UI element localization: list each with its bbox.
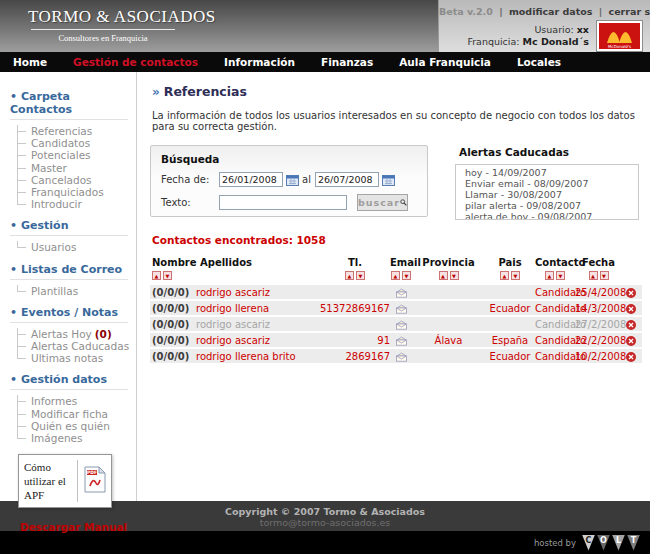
logout-link[interactable]: cerrar sesión [609, 6, 650, 17]
delete-icon[interactable] [626, 319, 636, 330]
sort-asc-icon[interactable]: ▲ [152, 271, 161, 280]
nav-item-gestion-contactos[interactable]: Gestión de contactos [60, 56, 211, 68]
table-sort-row: ▲▼ ▲▼ ▲▼ ▲▼ ▲▼ ▲▼ ▲▼ [150, 271, 642, 280]
table-row: (0/0/0)rodrigo ascariz 91 Álava España C… [150, 333, 642, 347]
calendar-icon[interactable] [286, 174, 299, 186]
delete-icon[interactable] [626, 303, 636, 314]
sort-asc-icon[interactable]: ▲ [545, 271, 554, 280]
sort-desc-icon[interactable]: ▼ [356, 271, 365, 280]
sidebar-item-usuarios[interactable]: Usuarios [31, 241, 136, 253]
sidebar-item-quien-es-quien[interactable]: Quién es quién [31, 420, 136, 432]
sidebar-item-candidatos[interactable]: Candidatos [31, 137, 136, 149]
nav-item-informacion[interactable]: Información [211, 56, 308, 68]
col-header-tl: Tl. [320, 257, 390, 268]
modify-data-link[interactable]: modificar datos [509, 6, 593, 17]
contact-name-link[interactable]: rodrigo llerena [196, 303, 269, 314]
date-to-input[interactable] [315, 172, 379, 187]
sidebar-tree: Usuarios [17, 241, 136, 253]
page-description: La información de todos los usuarios int… [152, 110, 645, 132]
sidebar-item-potenciales[interactable]: Potenciales [31, 149, 136, 161]
sidebar-item-alertas-caducadas[interactable]: Alertas Caducadas [31, 340, 136, 352]
bullet-icon: • [10, 306, 17, 319]
sort-asc-icon[interactable]: ▲ [345, 271, 354, 280]
colt-letter: O [597, 535, 610, 551]
sidebar-item-introducir[interactable]: Introducir [31, 198, 136, 210]
date-from-input[interactable] [219, 172, 283, 187]
sidebar-tree: Alertas Hoy(0) Alertas Caducadas Ultimas… [17, 328, 136, 365]
delete-icon[interactable] [626, 335, 636, 346]
email-icon[interactable] [395, 303, 408, 314]
contact-name-link[interactable]: rodrigo ascariz [196, 335, 270, 346]
sidebar-item-alertas-hoy[interactable]: Alertas Hoy(0) [31, 328, 136, 340]
contact-type: Candidato [535, 303, 575, 314]
bullet-icon: • [10, 219, 17, 232]
sidebar-item-plantillas[interactable]: Plantillas [31, 285, 136, 297]
delete-icon[interactable] [626, 287, 636, 298]
company-logo[interactable]: TORMO & ASOCIADOS Consultores en Franqui… [28, 7, 178, 43]
sort-desc-icon[interactable]: ▼ [511, 271, 520, 280]
contact-name-link[interactable]: rodrigo ascariz [196, 287, 270, 298]
email-icon[interactable] [395, 287, 408, 298]
panels-row: Búsqueda Fecha de: al T [150, 145, 645, 220]
nav-item-aula-franquicia[interactable]: Aula Franquicia [386, 56, 504, 68]
sidebar-item-modificar-ficha[interactable]: Modificar ficha [31, 408, 136, 420]
nav-item-finanzas[interactable]: Finanzas [308, 56, 386, 68]
alert-item[interactable]: hoy - 14/09/2007 [465, 167, 638, 178]
sidebar-item-franquiciados[interactable]: Franquiciados [31, 186, 136, 198]
alert-item[interactable]: Llamar - 30/08/2007 [465, 189, 638, 200]
sidebar-title-gestion[interactable]: •Gestión [10, 219, 128, 236]
sidebar-title-eventos-notas[interactable]: •Eventos / Notas [10, 306, 128, 323]
nav-item-locales[interactable]: Locales [504, 56, 574, 68]
sidebar-tree: Referencias Candidatos Potenciales Maste… [17, 125, 136, 210]
sidebar-item-referencias[interactable]: Referencias [31, 125, 136, 137]
email-icon[interactable] [395, 351, 408, 362]
sidebar: •Carpeta Contactos Referencias Candidato… [0, 72, 137, 501]
apf-manual-box[interactable]: Cómo utilizar el APF PDF [18, 454, 112, 508]
company-logo-title: TORMO & ASOCIADOS [28, 7, 178, 27]
sidebar-title-gestion-datos[interactable]: •Gestión datos [10, 373, 128, 390]
alert-item[interactable]: Enviar email - 08/09/2007 [465, 178, 638, 189]
sidebar-item-informes[interactable]: Informes [31, 395, 136, 407]
sort-asc-icon[interactable]: ▲ [500, 271, 509, 280]
download-manual-link[interactable]: Descargar Manual [20, 521, 136, 533]
header-session-panel: Beta v.2.0 | modificar datos | cerrar se… [438, 0, 650, 52]
sidebar-title-carpeta-contactos[interactable]: •Carpeta Contactos [10, 90, 128, 120]
contact-type: Candidato [535, 287, 575, 298]
delete-icon[interactable] [626, 351, 636, 362]
app-header: TORMO & ASOCIADOS Consultores en Franqui… [0, 0, 650, 52]
sort-desc-icon[interactable]: ▼ [600, 271, 609, 280]
sidebar-item-master[interactable]: Master [31, 162, 136, 174]
sidebar-item-cancelados[interactable]: Cancelados [31, 174, 136, 186]
expired-alerts-list[interactable]: hoy - 14/09/2007 Enviar email - 08/09/20… [455, 164, 639, 220]
contact-fecha: 10/2/2008 [575, 351, 622, 362]
alert-item[interactable]: alerta de hoy - 09/08/2007 [465, 211, 638, 220]
calendar-icon[interactable] [382, 174, 395, 186]
email-icon[interactable] [395, 335, 408, 346]
sidebar-item-ultimas-notas[interactable]: Ultimas notas [31, 352, 136, 364]
contact-name-link[interactable]: rodrigo ascariz [196, 319, 270, 330]
bullet-icon: • [10, 263, 17, 276]
alert-item[interactable]: pilar alerta - 09/08/2007 [465, 200, 638, 211]
sort-asc-icon[interactable]: ▲ [391, 271, 400, 280]
main-content: » Referencias La información de todos lo… [137, 72, 650, 501]
sort-desc-icon[interactable]: ▼ [163, 271, 172, 280]
beta-version-label: Beta v.2.0 [439, 6, 493, 17]
search-button[interactable]: buscar [357, 194, 408, 211]
mcdonalds-wordmark: McDonald's [599, 44, 640, 49]
sidebar-title-listas-correo[interactable]: •Listas de Correo [10, 263, 128, 280]
sort-desc-icon[interactable]: ▼ [556, 271, 565, 280]
sort-asc-icon[interactable]: ▲ [589, 271, 598, 280]
mcdonalds-logo-inner: McDonald's [599, 23, 640, 49]
email-icon[interactable] [395, 319, 408, 330]
colt-logo: C O L T [582, 535, 640, 551]
page: TORMO & ASOCIADOS Consultores en Franqui… [0, 0, 650, 554]
nav-item-home[interactable]: Home [0, 56, 60, 68]
sidebar-item-imagenes[interactable]: Imágenes [31, 432, 136, 444]
sort-desc-icon[interactable]: ▼ [450, 271, 459, 280]
date-separator-label: al [302, 174, 311, 185]
contact-name-link[interactable]: rodrigo llerena brito [196, 351, 296, 362]
search-text-input[interactable] [219, 195, 347, 210]
sort-desc-icon[interactable]: ▼ [402, 271, 411, 280]
sort-asc-icon[interactable]: ▲ [439, 271, 448, 280]
page-title: » Referencias [152, 84, 645, 99]
